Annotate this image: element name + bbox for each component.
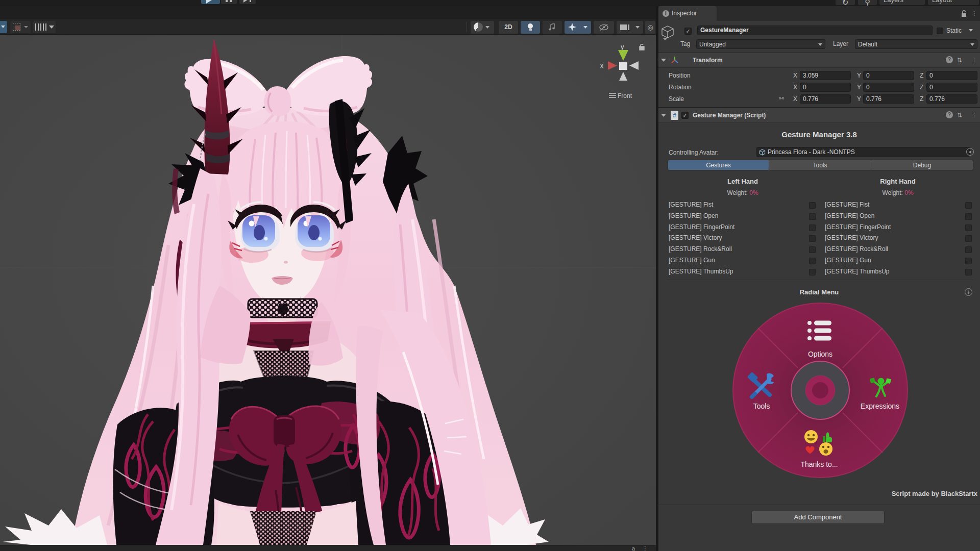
svg-text:y: y — [621, 43, 624, 51]
svg-text:x: x — [600, 62, 603, 69]
svg-text:Expressions: Expressions — [861, 402, 899, 410]
svg-text:Tools: Tools — [753, 402, 770, 410]
svg-text:Front: Front — [618, 92, 632, 99]
svg-text:Thanks to...: Thanks to... — [800, 460, 838, 468]
svg-text:Options: Options — [808, 350, 832, 358]
